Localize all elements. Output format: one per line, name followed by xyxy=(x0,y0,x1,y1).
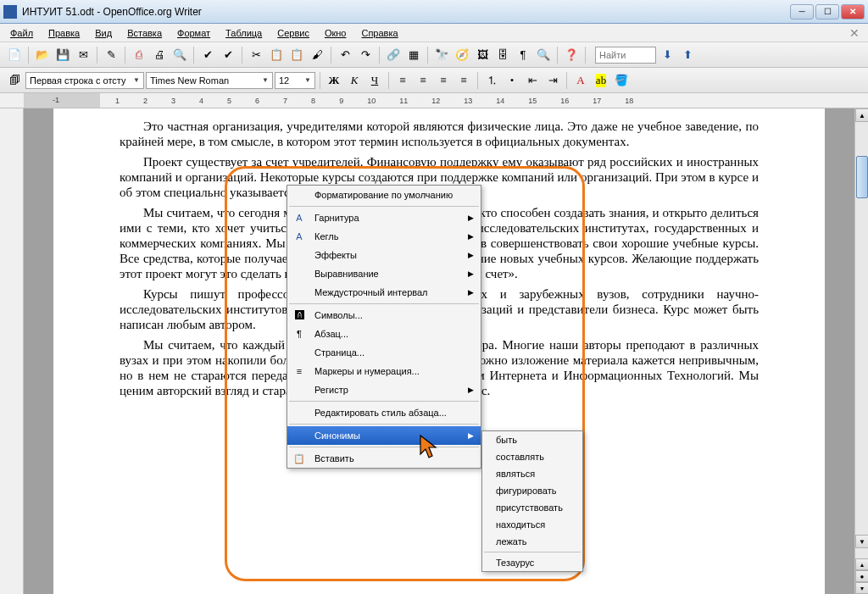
size-combo[interactable]: 12 ▼ xyxy=(275,72,315,89)
cut-icon[interactable]: ✂ xyxy=(247,46,265,64)
search-up-icon[interactable]: ⬆ xyxy=(678,46,697,64)
search-input[interactable] xyxy=(595,47,656,64)
font-combo[interactable]: Times New Roman ▼ xyxy=(146,72,273,89)
bg-color-icon[interactable]: 🪣 xyxy=(612,71,631,90)
context-menu: Форматирование по умолчаниюAГарнитура▶AК… xyxy=(287,185,481,469)
font-color-icon[interactable]: A xyxy=(571,71,590,90)
align-left-icon[interactable]: ≡ xyxy=(393,71,412,90)
menu-format[interactable]: Формат xyxy=(170,25,217,41)
scroll-thumb[interactable] xyxy=(856,156,868,198)
formatting-toolbar: 🗐 Первая строка с отсту ▼ Times New Roma… xyxy=(0,68,868,93)
zoom-icon[interactable]: 🔍 xyxy=(534,46,553,64)
synonym-item[interactable]: присутствовать xyxy=(482,499,582,516)
close-button[interactable]: ✕ xyxy=(841,4,865,19)
undo-icon[interactable]: ↶ xyxy=(336,46,354,64)
context-menu-item[interactable]: ¶Абзац... xyxy=(287,325,481,343)
menu-edit[interactable]: Правка xyxy=(42,25,86,41)
menu-item-label: Междустрочный интервал xyxy=(314,287,428,297)
thesaurus-item[interactable]: Тезаурус xyxy=(482,554,582,571)
new-icon[interactable]: 📄 xyxy=(5,46,24,64)
copy-icon[interactable]: 📋 xyxy=(267,46,286,64)
synonym-item[interactable]: быть xyxy=(482,431,582,448)
italic-button[interactable]: К xyxy=(345,71,364,90)
context-menu-item[interactable]: Выравнивание▶ xyxy=(287,264,481,283)
help-icon[interactable]: ❓ xyxy=(562,46,581,64)
underline-button[interactable]: Ч xyxy=(365,71,384,90)
menu-help[interactable]: Справка xyxy=(354,25,404,41)
menu-file[interactable]: Файл xyxy=(3,25,40,41)
numbered-list-icon[interactable]: ⒈ xyxy=(482,71,501,90)
save-icon[interactable]: 💾 xyxy=(53,46,72,64)
synonym-item[interactable]: составлять xyxy=(482,448,582,465)
autocheck-icon[interactable]: ✔ xyxy=(219,46,237,64)
menu-item-icon: 🅰 xyxy=(292,308,306,322)
nonprinting-icon[interactable]: ¶ xyxy=(514,46,532,64)
menu-view[interactable]: Вид xyxy=(88,25,119,41)
navigator-icon[interactable]: 🧭 xyxy=(453,46,471,64)
synonym-item[interactable]: фигурировать xyxy=(482,482,582,499)
context-menu-item[interactable]: 🅰Символы... xyxy=(287,306,481,325)
vertical-scrollbar[interactable]: ▲ ▼ ▴ ● ▾ xyxy=(854,108,868,594)
doc-close-icon[interactable]: ✕ xyxy=(844,26,865,40)
synonym-item[interactable]: находиться xyxy=(482,516,582,533)
find-icon[interactable]: 🔭 xyxy=(432,46,451,64)
submenu-arrow-icon: ▶ xyxy=(468,288,474,297)
brush-icon[interactable]: 🖌 xyxy=(308,46,326,64)
bullet-list-icon[interactable]: • xyxy=(503,71,521,90)
synonym-item[interactable]: являться xyxy=(482,465,582,482)
context-menu-item[interactable]: Регистр▶ xyxy=(287,380,481,399)
maximize-button[interactable]: ☐ xyxy=(815,4,839,19)
menu-table[interactable]: Таблица xyxy=(219,25,269,41)
redo-icon[interactable]: ↷ xyxy=(356,46,375,64)
search-down-icon[interactable]: ⬇ xyxy=(658,46,676,64)
synonym-item[interactable]: лежать xyxy=(482,533,582,550)
menu-item-label: Кегль xyxy=(314,231,338,241)
open-icon[interactable]: 📂 xyxy=(33,46,52,64)
next-page-icon[interactable]: ▾ xyxy=(855,582,868,594)
datasource-icon[interactable]: 🗄 xyxy=(493,46,512,64)
title-bar: ИНТУИТ 51.odt - OpenOffice.org Writer ─ … xyxy=(0,0,868,24)
context-menu-item[interactable]: Эффекты▶ xyxy=(287,246,481,264)
link-icon[interactable]: 🔗 xyxy=(384,46,403,64)
preview-icon[interactable]: 🔍 xyxy=(170,46,189,64)
menu-insert[interactable]: Вставка xyxy=(120,25,169,41)
pdf-icon[interactable]: ⎙ xyxy=(130,46,148,64)
context-menu-item[interactable]: Междустрочный интервал▶ xyxy=(287,283,481,302)
indent-more-icon[interactable]: ⇥ xyxy=(543,71,562,90)
context-menu-item[interactable]: AГарнитура▶ xyxy=(287,208,481,227)
context-menu-item[interactable]: Форматирование по умолчанию xyxy=(287,186,481,204)
bold-button[interactable]: Ж xyxy=(325,71,343,90)
context-menu-item[interactable]: Редактировать стиль абзаца... xyxy=(287,403,481,422)
menu-window[interactable]: Окно xyxy=(318,25,353,41)
menu-tools[interactable]: Сервис xyxy=(270,25,316,41)
context-menu-item[interactable]: Синонимы▶ xyxy=(287,426,481,445)
size-combo-value: 12 xyxy=(279,75,289,86)
context-menu-item[interactable]: 📋Вставить xyxy=(287,449,481,468)
table-icon[interactable]: ▦ xyxy=(404,46,423,64)
indent-less-icon[interactable]: ⇤ xyxy=(523,71,542,90)
paragraph[interactable]: Это частная организация, учредителями ко… xyxy=(120,119,759,149)
gallery-icon[interactable]: 🖼 xyxy=(473,46,492,64)
align-right-icon[interactable]: ≡ xyxy=(434,71,453,90)
prev-page-icon[interactable]: ▴ xyxy=(855,558,868,570)
menu-bar: Файл Правка Вид Вставка Формат Таблица С… xyxy=(0,24,868,42)
nav-ball-icon[interactable]: ● xyxy=(855,570,868,582)
context-menu-item[interactable]: ≡Маркеры и нумерация... xyxy=(287,362,481,380)
mail-icon[interactable]: ✉ xyxy=(74,46,92,64)
align-center-icon[interactable]: ≡ xyxy=(414,71,432,90)
minimize-button[interactable]: ─ xyxy=(790,4,814,19)
ruler-horizontal: -1 123456789101112131415161718 xyxy=(0,93,868,108)
context-menu-item[interactable]: AКегль▶ xyxy=(287,227,481,246)
context-menu-item[interactable]: Страница... xyxy=(287,343,481,362)
menu-item-icon: ≡ xyxy=(292,364,306,378)
highlight-icon[interactable]: ab xyxy=(592,71,610,90)
edit-icon[interactable]: ✎ xyxy=(102,46,120,64)
style-combo[interactable]: Первая строка с отсту ▼ xyxy=(25,72,144,89)
align-justify-icon[interactable]: ≡ xyxy=(454,71,473,90)
print-icon[interactable]: 🖨 xyxy=(150,46,169,64)
styles-icon[interactable]: 🗐 xyxy=(5,71,24,90)
spellcheck-icon[interactable]: ✔ xyxy=(198,46,217,64)
paste-icon[interactable]: 📋 xyxy=(287,46,306,64)
scroll-down-icon[interactable]: ▼ xyxy=(855,535,868,548)
scroll-up-icon[interactable]: ▲ xyxy=(855,108,868,122)
